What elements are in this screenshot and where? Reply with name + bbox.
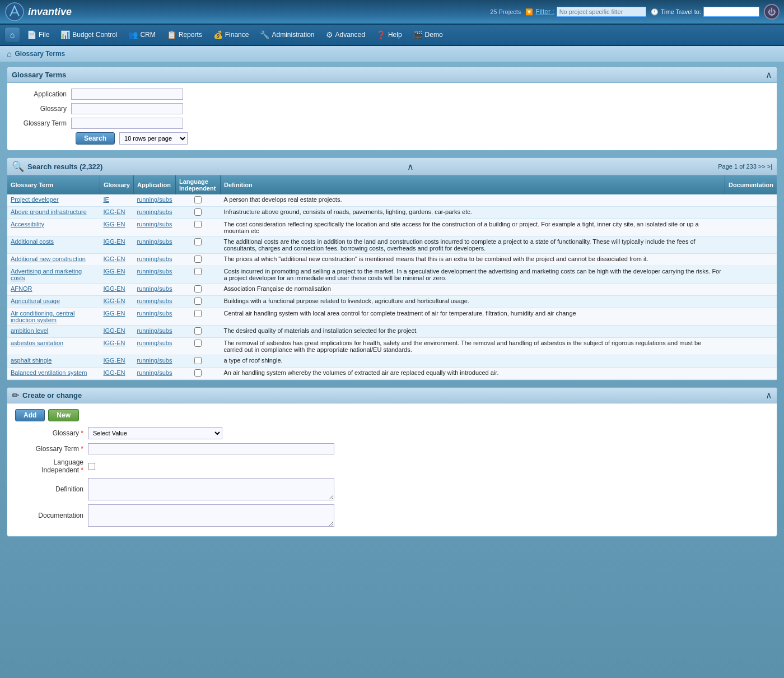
- lang-independent-checkbox[interactable]: [194, 327, 202, 335]
- application-link[interactable]: running/subs: [137, 256, 172, 262]
- glossary-link[interactable]: IGG-EN: [103, 327, 125, 334]
- cell-glossary: IGG-EN: [100, 207, 133, 219]
- cell-definition: Association Française de normalisation: [220, 284, 725, 296]
- nav-item-administration[interactable]: 🔧 Administration: [255, 28, 319, 41]
- create-glossary-term-input[interactable]: [88, 443, 334, 454]
- create-lang-independent-checkbox[interactable]: [88, 463, 95, 470]
- nav-item-crm[interactable]: 👥 CRM: [124, 28, 160, 41]
- application-link[interactable]: running/subs: [137, 298, 172, 304]
- glossary-link[interactable]: IE: [103, 196, 109, 203]
- glossary-term-link[interactable]: Air conditioning, central induction syst…: [11, 310, 74, 323]
- lang-independent-checkbox[interactable]: [194, 196, 202, 203]
- results-panel-header: 🔍 Search results (2,322) ∧ Page 1 of 233…: [7, 158, 777, 175]
- glossary-term-link[interactable]: Additional new construction: [11, 256, 86, 262]
- filter-input[interactable]: [557, 7, 646, 17]
- glossary-term-link[interactable]: Advertising and marketing costs: [11, 268, 82, 281]
- glossary-term-input[interactable]: [71, 118, 183, 129]
- lang-independent-checkbox[interactable]: [194, 369, 202, 377]
- nav-item-help[interactable]: ❓ Help: [372, 28, 407, 41]
- application-link[interactable]: running/subs: [137, 327, 172, 334]
- nav-item-advanced[interactable]: ⚙ Advanced: [321, 28, 370, 41]
- table-row: Agricultural usageIGG-ENrunning/subsBuil…: [7, 296, 777, 308]
- search-button[interactable]: Search: [76, 132, 115, 145]
- filter-button[interactable]: Filter :: [535, 8, 554, 16]
- cell-application: running/subs: [133, 284, 175, 296]
- nav-item-reports[interactable]: 📋 Reports: [162, 28, 207, 41]
- lang-independent-checkbox[interactable]: [194, 208, 202, 216]
- create-definition-textarea[interactable]: [88, 478, 334, 500]
- cell-glossary: IGG-EN: [100, 338, 133, 355]
- cell-glossary-term: Above ground infrastructure: [7, 207, 100, 219]
- lang-independent-checkbox[interactable]: [194, 298, 202, 305]
- glossary-link[interactable]: IGG-EN: [103, 369, 125, 376]
- application-link[interactable]: running/subs: [137, 369, 172, 376]
- application-link[interactable]: running/subs: [137, 285, 172, 292]
- nav-label-demo: Demo: [425, 31, 443, 39]
- application-link[interactable]: running/subs: [137, 310, 172, 317]
- create-panel-title: Create or change: [22, 391, 82, 400]
- application-link[interactable]: running/subs: [137, 221, 172, 227]
- application-link[interactable]: running/subs: [137, 196, 172, 203]
- glossary-term-link[interactable]: Project developer: [11, 196, 59, 203]
- lang-independent-checkbox[interactable]: [194, 238, 202, 245]
- glossary-term-link[interactable]: Accessibility: [11, 221, 44, 227]
- lang-independent-checkbox[interactable]: [194, 340, 202, 347]
- glossary-link[interactable]: IGG-EN: [103, 357, 125, 364]
- glossary-link[interactable]: IGG-EN: [103, 285, 125, 292]
- glossary-term-link[interactable]: asphalt shingle: [11, 357, 52, 364]
- application-link[interactable]: running/subs: [137, 268, 172, 275]
- lang-independent-checkbox[interactable]: [194, 268, 202, 275]
- nav-item-finance[interactable]: 💰 Finance: [209, 28, 254, 41]
- lang-independent-checkbox[interactable]: [194, 285, 202, 292]
- results-collapse-btn[interactable]: ∧: [407, 161, 414, 172]
- col-glossary-term: Glossary Term: [7, 175, 100, 194]
- application-link[interactable]: running/subs: [137, 340, 172, 346]
- glossary-link[interactable]: IGG-EN: [103, 298, 125, 304]
- glossary-link[interactable]: IGG-EN: [103, 256, 125, 262]
- glossary-term-link[interactable]: Above ground infrastructure: [11, 208, 87, 215]
- nav-home-button[interactable]: ⌂: [4, 27, 20, 43]
- application-link[interactable]: running/subs: [137, 238, 172, 245]
- application-input[interactable]: [71, 89, 183, 100]
- new-button[interactable]: New: [48, 409, 79, 421]
- nav-item-file[interactable]: 📄 File: [22, 28, 54, 41]
- glossary-term-link[interactable]: asbestos sanitation: [11, 340, 63, 346]
- glossary-link[interactable]: IGG-EN: [103, 340, 125, 346]
- glossary-term-link[interactable]: Balanced ventilation system: [11, 369, 87, 376]
- time-travel-input[interactable]: [703, 7, 759, 17]
- create-panel-collapse-btn[interactable]: ∧: [766, 390, 772, 401]
- application-link[interactable]: running/subs: [137, 208, 172, 215]
- glossary-link[interactable]: IGG-EN: [103, 268, 125, 275]
- search-panel-collapse-btn[interactable]: ∧: [766, 69, 772, 80]
- lang-independent-checkbox[interactable]: [194, 256, 202, 263]
- cell-glossary: IGG-EN: [100, 355, 133, 368]
- glossary-input[interactable]: [71, 103, 183, 114]
- lang-independent-checkbox[interactable]: [194, 221, 202, 228]
- glossary-term-link[interactable]: AFNOR: [11, 285, 32, 292]
- glossary-term-label: Glossary Term: [15, 119, 71, 127]
- glossary-term-link[interactable]: Agricultural usage: [11, 298, 60, 304]
- breadcrumb: ⌂ Glossary Terms: [0, 46, 784, 62]
- glossary-link[interactable]: IGG-EN: [103, 208, 125, 215]
- application-link[interactable]: running/subs: [137, 357, 172, 364]
- glossary-link[interactable]: IGG-EN: [103, 238, 125, 245]
- glossary-term-link[interactable]: ambition level: [11, 327, 48, 334]
- nav-label-help: Help: [388, 31, 402, 39]
- power-button[interactable]: ⏻: [764, 4, 780, 20]
- nav-item-demo[interactable]: 🎬 Demo: [409, 28, 447, 41]
- create-glossary-select[interactable]: Select Value: [88, 427, 222, 439]
- create-btn-row: Add New: [15, 409, 769, 421]
- glossary-link[interactable]: IGG-EN: [103, 221, 125, 227]
- nav-item-budget-control[interactable]: 📊 Budget Control: [56, 28, 122, 41]
- lang-independent-checkbox[interactable]: [194, 310, 202, 317]
- create-documentation-textarea[interactable]: [88, 504, 334, 527]
- logo-icon: [4, 2, 25, 22]
- col-documentation: Documentation: [725, 175, 777, 194]
- projects-count: 25 Projects: [490, 8, 521, 15]
- glossary-term-link[interactable]: Additional costs: [11, 238, 54, 245]
- cell-application: running/subs: [133, 308, 175, 326]
- lang-independent-checkbox[interactable]: [194, 357, 202, 364]
- glossary-link[interactable]: IGG-EN: [103, 310, 125, 317]
- add-button[interactable]: Add: [15, 409, 45, 421]
- rows-per-page-select[interactable]: 10 rows per page 25 rows per page 50 row…: [119, 132, 188, 145]
